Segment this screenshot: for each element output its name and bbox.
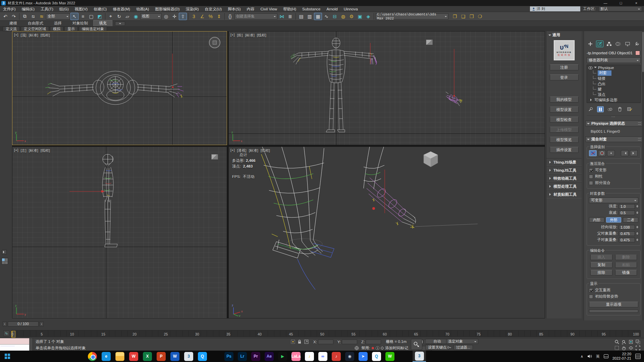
ribbon-tab[interactable]: 自由形式 [22, 20, 49, 26]
listener-script-pane[interactable]: -------------- [0, 345, 29, 351]
menu-item[interactable]: 组(G) [56, 6, 72, 12]
viewcube-icon[interactable] [211, 154, 218, 160]
deformable-checkbox[interactable]: 可变形 [589, 167, 638, 173]
command-panel-scrollbar[interactable] [642, 31, 644, 320]
taskbar-premiere-icon[interactable]: Pr [251, 352, 260, 361]
ribbon-config-dropdown[interactable] [115, 21, 125, 26]
menu-item[interactable]: 工具(T) [38, 6, 56, 12]
unlink-selection-icon[interactable]: ⧅ [29, 13, 37, 20]
show-end-result-icon[interactable] [597, 106, 604, 112]
open-file-icon[interactable]: ❍ [476, 13, 484, 20]
export-scene-icon[interactable]: ❏ [459, 13, 467, 20]
time-slider-ruler[interactable]: 0510152025303540455055606570758085909510… [11, 330, 641, 337]
taskbar-after-effects-icon[interactable]: Ae [265, 352, 274, 361]
modify-tab-icon[interactable] [596, 41, 603, 47]
interactive-redraw-checkbox[interactable]: 交互重画 [589, 287, 638, 293]
copy-button[interactable]: 复制 [590, 262, 612, 268]
value-field[interactable]: 0.475 [619, 238, 635, 242]
envelope-type-dropdown[interactable]: 可变形 [589, 197, 638, 203]
key-mode-dropdown[interactable]: 选定对象 [446, 339, 478, 344]
taskbar-3dsmax-file-icon[interactable]: 3 [184, 352, 193, 361]
make-unique-icon[interactable] [607, 106, 613, 112]
menu-item[interactable]: 渲染(R) [183, 6, 202, 12]
window-crossing-icon[interactable]: ◩ [96, 13, 104, 20]
object-name-field[interactable]: -tp.Imported OBJ Object01 [587, 51, 634, 55]
model-check-button[interactable]: 模型检查 [550, 117, 579, 123]
blending-envelopes-rollout[interactable]: 混合封套 [585, 136, 643, 142]
close-button[interactable]: × [629, 0, 644, 6]
spinner-icon[interactable] [636, 238, 638, 242]
import-scene-icon[interactable]: ❐ [451, 13, 459, 20]
viewport-label[interactable]: [+] [前] [标准] [线框] [230, 33, 266, 38]
menu-item[interactable]: 图形编辑器(D) [152, 6, 182, 12]
taskbar-qq-icon[interactable]: Q [372, 352, 381, 361]
envelope-level-button[interactable] [598, 150, 606, 156]
render-production-icon[interactable]: ◈ [364, 13, 372, 20]
viewport-label[interactable]: [+] [顶] [标准] [线框] [14, 33, 50, 38]
x-coordinate-input[interactable] [318, 340, 333, 344]
spinner-icon[interactable] [636, 231, 638, 236]
stack-item-vertex[interactable]: 顶点 [587, 92, 640, 97]
schematic-view-icon[interactable]: ⊟ [331, 13, 339, 20]
pan-view-icon[interactable] [621, 345, 627, 351]
utilities-tab-icon[interactable] [633, 41, 641, 47]
inner-button[interactable]: 内部 [589, 217, 604, 223]
previous-frame-button[interactable]: ‹ [3, 321, 7, 326]
model-processing-tools-rollout[interactable]: 模型处理工具 [546, 182, 582, 190]
vertex-level-button[interactable] [607, 150, 615, 156]
register-button[interactable]: 注册 [550, 64, 579, 70]
menu-item[interactable]: 创建(C) [91, 6, 110, 12]
select-and-scale-icon[interactable]: ▱ [123, 13, 131, 20]
input-language-indicator[interactable]: 英 [596, 354, 600, 359]
align-icon[interactable]: ≣ [286, 13, 294, 20]
viewport-shading-menu[interactable]: [线框] [41, 148, 50, 153]
edit-named-selection-sets-icon[interactable]: {} [226, 13, 234, 20]
menu-item[interactable]: 自定义(U) [202, 6, 225, 12]
model-settings-button[interactable]: 模型设置 [550, 107, 579, 113]
link-level-button[interactable] [589, 150, 597, 156]
rigid-checkbox[interactable]: 刚性 [589, 173, 638, 180]
parent-overlap-spinner[interactable]: 父对象重叠: 0.475 [589, 230, 638, 237]
zoom-extents-all-icon[interactable] [635, 339, 641, 345]
modifier-list-dropdown[interactable]: 修改器列表 [587, 57, 641, 63]
object-color-swatch[interactable] [635, 51, 640, 55]
viewport-label[interactable]: [+] [左] [标准] [线框] [14, 148, 50, 153]
pin-stack-icon[interactable] [587, 106, 594, 112]
taskbar-photoshop-icon[interactable]: Ps [224, 352, 233, 361]
physique-selection-rollout[interactable]: Physique 选择状态 [585, 121, 643, 126]
open-mini-curve-editor-icon[interactable]: ∿ [3, 330, 9, 336]
project-folder-dropdown[interactable]: C:\Users\Chaos\Documents\3ds Max 2022 [375, 13, 448, 19]
taskbar-powerpoint-icon[interactable]: P [157, 352, 166, 361]
select-and-link-icon[interactable]: ⧉ [21, 13, 29, 20]
geometry-lock-icon[interactable] [354, 346, 360, 351]
set-key-button[interactable]: 设置关键点 [425, 345, 449, 350]
tray-expand-icon[interactable]: ∧ [581, 354, 583, 359]
viewport-left[interactable]: [+] [左] [标准] [线框] yz [12, 146, 227, 318]
toggle-scene-explorer-icon[interactable]: ▤ [297, 13, 305, 20]
orbit-icon[interactable] [628, 345, 634, 351]
menu-item[interactable]: 内容 [244, 6, 257, 12]
viewcube-compass[interactable] [209, 37, 220, 48]
selection-filter-dropdown[interactable]: 全部 [46, 13, 70, 19]
angle-snap-icon[interactable]: ∠ [198, 13, 206, 20]
ribbon-tab[interactable]: 填充 [93, 20, 112, 26]
login-button[interactable]: 登录 [550, 74, 579, 80]
taskbar-qq-music-icon[interactable]: ♪ [305, 352, 314, 361]
taskbar-word-icon[interactable]: W [170, 352, 179, 361]
value-field[interactable]: 0.475 [619, 231, 635, 236]
maximize-button[interactable]: □ [613, 0, 629, 6]
start-button[interactable] [0, 351, 15, 362]
viewport-shading-menu[interactable]: [线框] [257, 33, 266, 38]
configure-modifier-sets-icon[interactable] [626, 106, 633, 112]
exclude-button[interactable]: 排除 [590, 270, 612, 276]
zoom-region-icon[interactable] [613, 345, 620, 351]
hierarchy-tab-icon[interactable] [605, 41, 613, 47]
ribbon-tab[interactable]: 建模 [4, 20, 22, 26]
undo-icon[interactable]: ↶ [1, 13, 9, 20]
menu-item[interactable]: Arnold [323, 6, 340, 12]
curve-editor-icon[interactable]: ∿ [322, 13, 330, 20]
stack-item-bulge[interactable]: 凸出 [587, 81, 640, 86]
partial-blend-checkbox[interactable]: 部分混合 [589, 180, 638, 186]
auto-key-button[interactable]: 自动 [425, 339, 449, 344]
ribbon-tab[interactable]: 对象绘制 [67, 20, 93, 26]
